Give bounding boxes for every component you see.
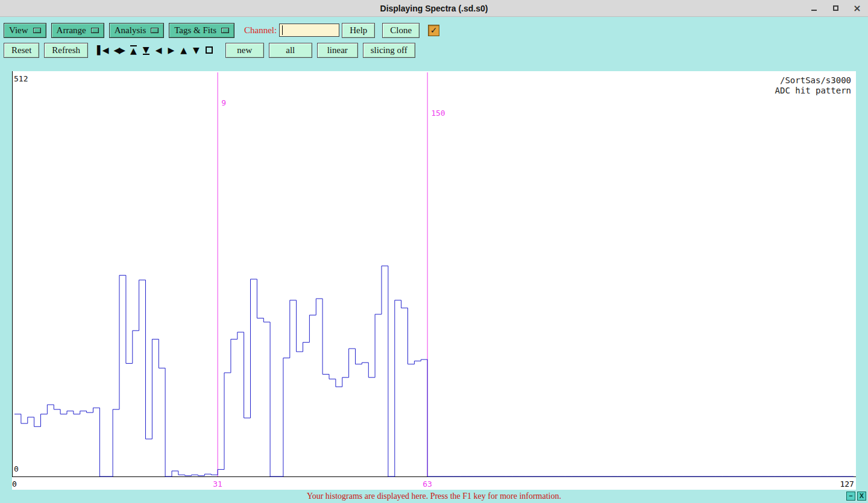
zoom-box-icon (206, 46, 213, 54)
channel-input-wrap (279, 24, 339, 37)
channel-label: Channel: (244, 25, 277, 36)
scroll-left-icon: ◀ (156, 46, 162, 54)
display-region: 512 0 /SortSas/s3000 ADC hit pattern 031… (0, 63, 868, 490)
x-tick-label: 127 (840, 479, 854, 489)
scroll-down-button[interactable]: ▼ (190, 42, 203, 58)
refresh-button[interactable]: Refresh (44, 43, 88, 58)
menu-tags-fits[interactable]: Tags & Fits (169, 23, 234, 38)
x-tick-label: 63 (423, 479, 432, 489)
new-button[interactable]: new (225, 43, 264, 58)
menu-analysis[interactable]: Analysis (109, 23, 165, 38)
status-minimize-gadget[interactable]: − (846, 492, 855, 501)
cascade-indicator-icon (151, 28, 159, 33)
zoom-box-button[interactable] (203, 42, 216, 58)
menu-view-label: View (9, 25, 28, 36)
status-message: Your histograms are displayed here. Pres… (307, 492, 561, 501)
menu-arrange[interactable]: Arrange (51, 23, 104, 38)
scroll-right-icon: ▶ (168, 46, 174, 54)
menu-arrange-label: Arrange (57, 25, 86, 36)
maximize-icon (833, 5, 838, 11)
spectra-window: Displaying Spectra (.sd.s0) × View Arran… (0, 0, 868, 503)
minimize-button[interactable] (809, 4, 819, 13)
clone-button[interactable]: Clone (382, 23, 420, 38)
histogram-svg (12, 71, 856, 490)
menu-view[interactable]: View (4, 23, 46, 38)
y-min-label: 0 (14, 464, 19, 473)
window-title: Displaying Spectra (.sd.s0) (0, 4, 868, 13)
x-tick-label: 31 (213, 479, 222, 489)
scroll-up-button[interactable]: ▲ (177, 42, 190, 58)
scroll-to-bottom-icon: ▼ (143, 45, 149, 55)
jump-to-start-button[interactable]: ▌◀ (94, 42, 111, 58)
statusbar: Your histograms are displayed here. Pres… (0, 490, 868, 503)
scroll-to-bottom-button[interactable]: ▼ (140, 42, 153, 58)
close-button[interactable]: × (852, 4, 862, 13)
cascade-indicator-icon (221, 28, 229, 33)
scroll-to-top-button[interactable]: ▲ (127, 42, 140, 58)
scroll-right-button[interactable]: ▶ (165, 42, 177, 58)
menu-analysis-label: Analysis (115, 25, 146, 36)
slicing-button[interactable]: slicing off (363, 43, 415, 58)
spectrum-header: /SortSas/s3000 ADC hit pattern (775, 75, 851, 96)
expand-horizontal-button[interactable]: ◀▶ (111, 42, 128, 58)
all-button[interactable]: all (269, 43, 312, 58)
cascade-indicator-icon (33, 28, 41, 33)
menu-tags-fits-label: Tags & Fits (174, 25, 216, 36)
scroll-down-icon: ▼ (193, 46, 200, 54)
status-gadgets: − X (846, 492, 866, 501)
scroll-to-top-icon: ▲ (130, 45, 137, 55)
expand-horizontal-icon: ◀▶ (114, 46, 125, 54)
button-row: Reset Refresh ▌◀ ◀▶ ▲ ▼ ◀ ▶ ▲ ▼ new all … (0, 41, 868, 59)
linear-button[interactable]: linear (317, 43, 358, 58)
text-caret (282, 25, 283, 35)
menu-row: View Arrange Analysis Tags & Fits Channe… (0, 21, 868, 39)
nav-group: ▌◀ ◀▶ ▲ ▼ ◀ ▶ ▲ ▼ (94, 42, 216, 58)
checkbox[interactable]: ✓ (428, 25, 439, 36)
close-icon: × (853, 4, 861, 13)
cursor-label: 150 (431, 109, 445, 118)
x-tick-label: 0 (12, 479, 17, 489)
channel-input[interactable] (279, 24, 339, 37)
toolbar: View Arrange Analysis Tags & Fits Channe… (0, 17, 868, 63)
spectrum-path: /SortSas/s3000 (775, 75, 851, 86)
window-controls: × (809, 0, 862, 16)
cursor-label: 9 (221, 98, 226, 107)
minimize-icon (811, 10, 817, 11)
titlebar: Displaying Spectra (.sd.s0) × (0, 0, 868, 17)
reset-button[interactable]: Reset (4, 43, 39, 58)
status-close-gadget[interactable]: X (857, 492, 866, 501)
spectrum-plot[interactable]: 512 0 /SortSas/s3000 ADC hit pattern 031… (12, 71, 856, 490)
spectrum-title: ADC hit pattern (775, 86, 851, 96)
maximize-button[interactable] (831, 4, 840, 13)
scroll-left-button[interactable]: ◀ (153, 42, 165, 58)
help-button[interactable]: Help (342, 23, 375, 38)
scroll-up-icon: ▲ (180, 46, 187, 54)
cascade-indicator-icon (91, 28, 99, 33)
y-max-label: 512 (14, 74, 28, 83)
jump-to-start-icon: ▌◀ (97, 46, 108, 54)
